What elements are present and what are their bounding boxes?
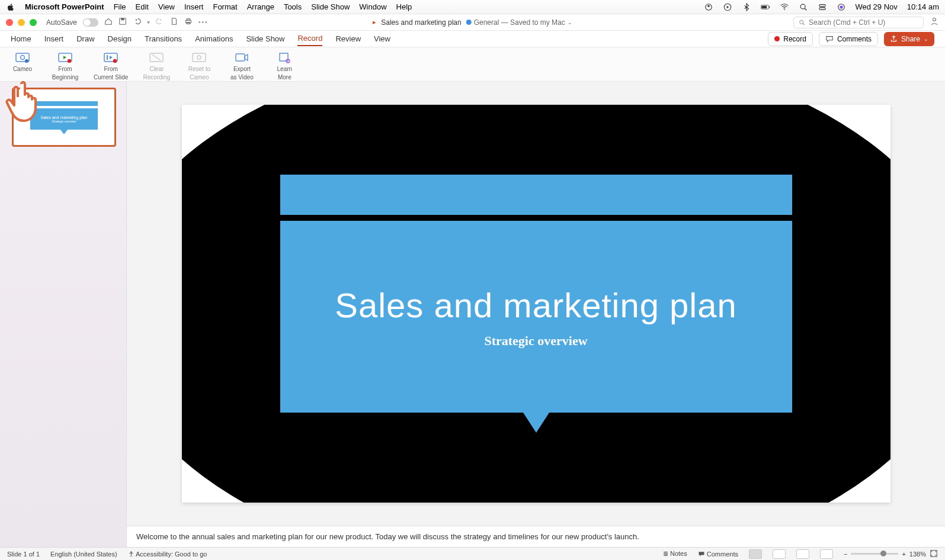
- menu-edit[interactable]: Edit: [136, 2, 149, 11]
- share-button[interactable]: Share ⌄: [884, 32, 934, 46]
- tab-transitions[interactable]: Transitions: [145, 32, 182, 46]
- notes-text[interactable]: Welcome to the annual sales and marketin…: [136, 532, 639, 541]
- battery-icon[interactable]: [761, 2, 770, 12]
- view-reading-button[interactable]: [796, 549, 809, 559]
- control-center-icon[interactable]: [818, 2, 827, 12]
- slide-canvas[interactable]: Sales and marketing plan Strategic overv…: [182, 105, 890, 503]
- cameo-icon: [15, 51, 30, 64]
- chevron-down-icon: ⌄: [924, 36, 928, 42]
- speaker-notes[interactable]: Welcome to the annual sales and marketin…: [127, 526, 945, 547]
- view-normal-button[interactable]: [749, 549, 762, 559]
- menu-tools[interactable]: Tools: [284, 2, 302, 11]
- status-comments-toggle[interactable]: Comments: [698, 551, 738, 558]
- menu-file[interactable]: File: [114, 2, 126, 11]
- tab-view[interactable]: View: [374, 32, 390, 46]
- account-icon[interactable]: [930, 17, 939, 28]
- svg-point-1: [707, 5, 710, 7]
- zoom-percent[interactable]: 138%: [909, 551, 926, 558]
- slide-title-box[interactable]: Sales and marketing plan Strategic overv…: [280, 221, 792, 413]
- menubar-time[interactable]: 10:14 am: [907, 2, 939, 11]
- tool-from-beginning[interactable]: From Beginning: [51, 51, 79, 81]
- svg-point-7: [800, 4, 805, 9]
- slide-thumbnail-1[interactable]: Sales and marketing plan Strategic overv…: [12, 88, 116, 147]
- svg-line-8: [805, 8, 806, 10]
- svg-point-28: [113, 59, 117, 63]
- slide-subtitle-text[interactable]: Strategic overview: [484, 333, 587, 349]
- svg-point-6: [784, 9, 785, 10]
- fit-to-window-button[interactable]: [930, 549, 938, 559]
- more-qa-icon[interactable]: •••: [198, 19, 209, 25]
- home-icon[interactable]: [104, 17, 113, 27]
- window-minimize-button[interactable]: [18, 19, 25, 26]
- tool-learn-more[interactable]: ? Learn More: [270, 51, 299, 81]
- menubar-date[interactable]: Wed 29 Nov: [856, 2, 898, 11]
- slide-thumbnail-panel: Sales and marketing plan Strategic overv…: [0, 82, 127, 547]
- menu-help[interactable]: Help: [396, 2, 412, 11]
- status-language[interactable]: English (United States): [50, 551, 117, 558]
- svg-point-20: [933, 18, 936, 21]
- svg-point-25: [68, 59, 71, 63]
- view-sorter-button[interactable]: [773, 549, 786, 559]
- search-field[interactable]: [809, 18, 918, 27]
- from-beginning-icon: [57, 51, 73, 64]
- play-status-icon[interactable]: [723, 2, 732, 12]
- undo-icon[interactable]: [133, 17, 141, 27]
- tab-record[interactable]: Record: [297, 31, 322, 46]
- window-close-button[interactable]: [6, 19, 13, 26]
- status-notes-toggle[interactable]: ≣ Notes: [663, 550, 687, 558]
- svg-line-19: [803, 23, 804, 24]
- tab-review[interactable]: Review: [335, 32, 361, 46]
- tool-from-current[interactable]: From Current Slide: [94, 51, 128, 81]
- reset-cameo-icon: [191, 51, 207, 64]
- comment-icon: [825, 35, 834, 43]
- status-accessibility[interactable]: Accessibility: Good to go: [128, 551, 207, 558]
- window-maximize-button[interactable]: [30, 19, 37, 26]
- zoom-out-button[interactable]: −: [844, 551, 847, 558]
- menu-slideshow[interactable]: Slide Show: [311, 2, 350, 11]
- tab-draw[interactable]: Draw: [76, 32, 94, 46]
- tab-insert[interactable]: Insert: [44, 32, 64, 46]
- tab-animations[interactable]: Animations: [195, 32, 233, 46]
- tab-home[interactable]: Home: [11, 32, 31, 46]
- file-new-icon[interactable]: [170, 17, 178, 27]
- status-slide-count[interactable]: Slide 1 of 1: [7, 551, 40, 558]
- search-input[interactable]: [793, 17, 924, 28]
- svg-point-32: [197, 56, 201, 59]
- tool-cameo[interactable]: Cameo: [8, 51, 37, 72]
- app-name[interactable]: Microsoft PowerPoint: [25, 2, 104, 11]
- redo-icon[interactable]: [156, 17, 164, 27]
- sensitivity-label[interactable]: General — Saved to my Mac ⌄: [466, 18, 572, 27]
- menu-view[interactable]: View: [158, 2, 175, 11]
- apple-icon[interactable]: [6, 2, 15, 12]
- print-icon[interactable]: [184, 17, 193, 27]
- zoom-control[interactable]: − + 138%: [844, 549, 938, 559]
- zoom-in-button[interactable]: +: [902, 551, 905, 558]
- svg-rect-5: [769, 6, 770, 8]
- view-slideshow-button[interactable]: [820, 549, 833, 559]
- app-window: AutoSave ▾ ••• ▸ Sales and marketing pla…: [0, 14, 945, 560]
- slide-canvas-wrapper[interactable]: Sales and marketing plan Strategic overv…: [127, 82, 945, 526]
- siri-icon[interactable]: [837, 2, 846, 12]
- menu-insert[interactable]: Insert: [184, 2, 204, 11]
- slide-title-text[interactable]: Sales and marketing plan: [335, 285, 737, 325]
- menu-arrange[interactable]: Arrange: [247, 2, 274, 11]
- autosave-toggle[interactable]: [83, 18, 98, 27]
- tool-export-video[interactable]: Export as Video: [228, 51, 256, 81]
- save-icon[interactable]: [118, 17, 127, 27]
- menu-format[interactable]: Format: [213, 2, 237, 11]
- spotlight-icon[interactable]: [799, 2, 808, 12]
- record-button[interactable]: Record: [768, 32, 813, 46]
- teams-icon[interactable]: [704, 2, 713, 12]
- wifi-icon[interactable]: [780, 2, 789, 12]
- comments-button[interactable]: Comments: [819, 32, 878, 46]
- tab-slideshow[interactable]: Slide Show: [246, 32, 284, 46]
- document-title: Sales and marketing plan: [381, 18, 461, 27]
- learn-more-icon: ?: [277, 51, 292, 64]
- svg-rect-27: [107, 55, 108, 60]
- zoom-slider[interactable]: [851, 553, 898, 555]
- tab-design[interactable]: Design: [108, 32, 132, 46]
- slide-top-bar[interactable]: [280, 175, 792, 215]
- bluetooth-icon[interactable]: [742, 2, 751, 12]
- undo-dropdown-icon[interactable]: ▾: [147, 19, 150, 25]
- menu-window[interactable]: Window: [359, 2, 386, 11]
